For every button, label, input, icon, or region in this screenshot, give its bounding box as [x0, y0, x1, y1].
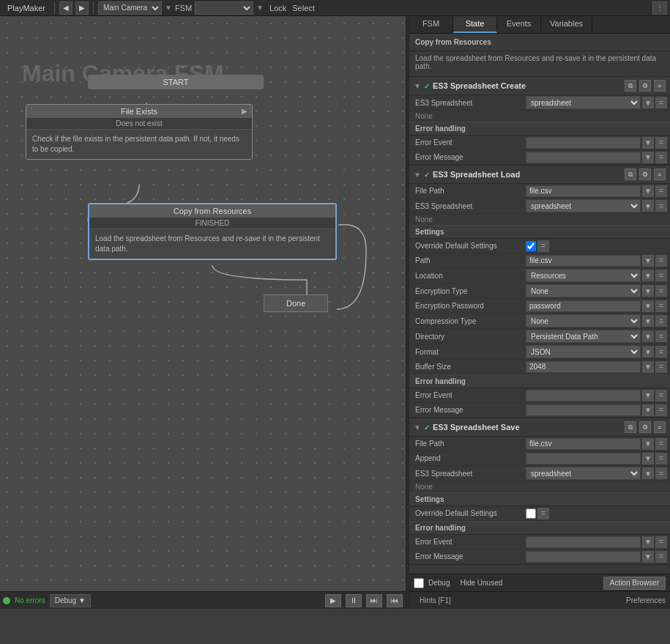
step-btn[interactable]: ⏭ [366, 594, 382, 607]
collapse-icon-save[interactable]: ▼ [414, 423, 421, 432]
node-file-exists[interactable]: File Exists Does not exist Check if the … [26, 104, 253, 160]
hints-link[interactable]: Hints [F1] [420, 596, 451, 604]
directory-load-select[interactable]: Persistent Data Path [526, 330, 641, 343]
menu-btn[interactable]: ⋮ [652, 1, 667, 15]
prop-menu-btn[interactable]: = [655, 315, 667, 327]
encryption-type-load-select[interactable]: None [526, 284, 641, 297]
error-msg-load-input[interactable] [526, 404, 641, 416]
check-icon-save[interactable]: ✓ [424, 423, 430, 432]
toolbar-back-btn[interactable]: ◀ [59, 1, 72, 15]
play-btn[interactable]: ▶ [325, 594, 341, 607]
prop-end-btn[interactable]: ▼ [642, 330, 654, 342]
filepath-load-input[interactable] [526, 185, 641, 197]
prop-menu-btn[interactable]: = [655, 152, 667, 163]
prop-end-btn[interactable]: ▼ [642, 346, 654, 358]
prop-end-btn[interactable]: ▼ [642, 270, 654, 281]
node-done[interactable]: Done [264, 295, 328, 312]
prop-menu-btn[interactable]: = [655, 285, 667, 297]
prop-menu-btn[interactable]: = [655, 346, 667, 358]
prop-end-btn[interactable]: ▼ [642, 404, 654, 416]
prop-end-btn[interactable]: ▼ [642, 255, 654, 267]
filepath-save-input[interactable] [526, 438, 641, 450]
collapse-icon-create[interactable]: ▼ [414, 82, 421, 90]
action-browser-btn[interactable]: Action Browser [603, 577, 666, 590]
settings-icon-load[interactable]: ⚙ [639, 169, 651, 180]
debug-checkbox[interactable] [414, 578, 424, 588]
prop-end-btn[interactable]: ▼ [642, 467, 654, 479]
node-copy-from[interactable]: Copy from Resources FINISHED Load the sp… [88, 203, 337, 260]
tab-variables[interactable]: Variables [541, 16, 592, 33]
settings-icon-save[interactable]: ⚙ [639, 421, 651, 433]
camera-select[interactable]: Main Camera [98, 1, 162, 15]
override-checkbox-save[interactable] [526, 508, 536, 519]
path-load-input[interactable] [526, 255, 641, 267]
tab-state[interactable]: State [453, 16, 497, 33]
drag-icon-create[interactable]: = [654, 80, 666, 92]
prop-end-btn[interactable]: ▼ [642, 137, 654, 149]
collapse-icon-load[interactable]: ▼ [414, 171, 421, 179]
tab-events[interactable]: Events [497, 16, 541, 33]
settings-icon-create[interactable]: ⚙ [639, 80, 651, 92]
encryption-password-load-input[interactable] [526, 300, 641, 312]
prop-end-btn[interactable]: ▼ [642, 285, 654, 297]
prop-menu-btn[interactable]: = [655, 536, 667, 548]
es3-spreadsheet-load-select[interactable]: spreadsheet [526, 199, 641, 212]
prop-menu-btn[interactable]: = [655, 453, 667, 465]
prop-menu-btn[interactable]: = [655, 97, 667, 108]
prop-menu-btn[interactable]: = [655, 551, 667, 563]
prop-menu-btn[interactable]: = [537, 508, 549, 519]
prop-end-btn[interactable]: ▼ [642, 438, 654, 450]
prop-end-btn[interactable]: ▼ [642, 536, 654, 548]
prop-menu-btn[interactable]: = [655, 185, 667, 197]
prop-menu-btn[interactable]: = [655, 330, 667, 342]
prop-menu-btn[interactable]: = [655, 200, 667, 212]
compression-load-select[interactable]: None [526, 314, 641, 327]
prop-end-btn[interactable]: ▼ [642, 361, 654, 373]
preferences-link[interactable]: Preferences [626, 596, 666, 604]
append-save-input[interactable] [526, 453, 641, 465]
prop-menu-btn[interactable]: = [655, 390, 667, 401]
drag-icon-save[interactable]: = [654, 421, 666, 433]
prop-menu-btn[interactable]: = [655, 438, 667, 450]
prop-end-btn[interactable]: ▼ [642, 185, 654, 197]
done-btn[interactable]: Done [264, 295, 328, 312]
tab-fsm[interactable]: FSM [409, 16, 453, 33]
prop-end-btn[interactable]: ▼ [642, 97, 654, 108]
error-msg-create-input[interactable] [526, 152, 641, 163]
location-load-select[interactable]: Resources [526, 269, 641, 282]
prop-menu-btn[interactable]: = [655, 404, 667, 416]
toolbar-forward-btn[interactable]: ▶ [75, 1, 89, 15]
prop-end-btn[interactable]: ▼ [642, 152, 654, 163]
copy-icon-save[interactable]: ⧉ [625, 421, 636, 433]
buffersize-load-input[interactable] [526, 361, 641, 373]
canvas-area[interactable]: Main Camera FSM START [0, 16, 406, 591]
prop-menu-btn[interactable]: = [655, 137, 667, 149]
prop-end-btn[interactable]: ▼ [642, 315, 654, 327]
copy-icon-create[interactable]: ⧉ [625, 80, 636, 92]
check-icon-create[interactable]: ✓ [424, 82, 430, 90]
prop-menu-btn[interactable]: = [655, 255, 667, 267]
check-icon-load[interactable]: ✓ [424, 171, 430, 179]
prop-end-btn[interactable]: ▼ [642, 551, 654, 563]
error-msg-save-input[interactable] [526, 551, 641, 563]
debug-dropdown-btn[interactable]: Debug ▼ [50, 594, 91, 607]
prop-end-btn[interactable]: ▼ [642, 300, 654, 312]
prop-menu-btn[interactable]: = [655, 467, 667, 479]
copy-icon-load[interactable]: ⧉ [625, 169, 636, 180]
prop-end-btn[interactable]: ▼ [642, 390, 654, 401]
override-checkbox-load[interactable] [526, 241, 536, 251]
drag-icon-load[interactable]: = [654, 169, 666, 180]
prop-end-btn[interactable]: ▼ [642, 200, 654, 212]
right-content[interactable]: ▼ ✓ ES3 Spreadsheet Create ⧉ ⚙ = ES3 Spr… [409, 77, 670, 574]
pause-btn[interactable]: ⏸ [346, 594, 362, 607]
error-event-save-input[interactable] [526, 536, 641, 548]
prop-menu-btn[interactable]: = [655, 270, 667, 281]
prop-menu-btn[interactable]: = [655, 361, 667, 373]
end-btn[interactable]: ⏮ [387, 594, 403, 607]
error-event-load-input[interactable] [526, 390, 641, 401]
node-start[interactable]: START [88, 75, 264, 89]
prop-end-btn[interactable]: ▼ [642, 453, 654, 465]
es3-spreadsheet-create-select[interactable]: spreadsheet [526, 96, 641, 109]
prop-menu-btn[interactable]: = [655, 300, 667, 312]
fsm-select[interactable] [195, 1, 253, 15]
